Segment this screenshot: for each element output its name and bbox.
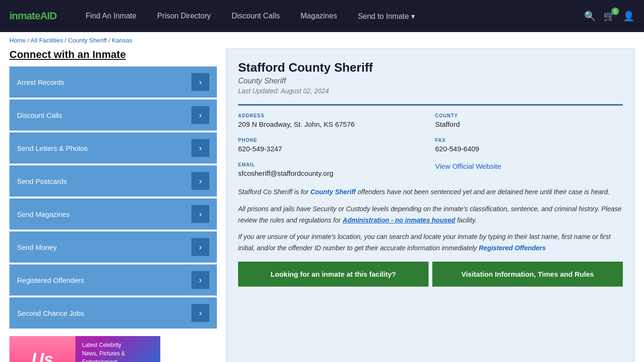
arrow-icon: ›: [191, 238, 209, 256]
sidebar-item-discount-calls[interactable]: Discount Calls ›: [9, 99, 217, 131]
breadcrumb-all-facilities[interactable]: All Facilities: [31, 37, 63, 44]
ad-line1: Latest Celebrity: [82, 341, 125, 349]
address-label: ADDRESS: [238, 113, 426, 118]
facility-title: Stafford County Sheriff: [238, 60, 623, 75]
facility-type: County Sheriff: [238, 77, 623, 85]
ad-image: Us: [9, 336, 75, 362]
email-value: sfcosheriff@staffordcounty.org: [238, 169, 426, 177]
arrow-icon: ›: [191, 73, 209, 91]
ad-line3: Entertainment: [82, 358, 125, 362]
arrow-icon: ›: [191, 205, 209, 223]
arrow-icon: ›: [191, 172, 209, 190]
sidebar-label-send-postcards: Send Postcards: [17, 177, 67, 185]
breadcrumb: Home / All Facilities / County Sheriff /…: [0, 32, 644, 49]
county-label: COUNTY: [435, 113, 623, 118]
nav-find-inmate[interactable]: Find An Inmate: [75, 12, 147, 21]
sidebar-item-registered-offenders[interactable]: Registered Offenders ›: [9, 264, 217, 296]
admin-link[interactable]: Administration - no inmates housed: [343, 216, 455, 224]
email-block: EMAIL sfcosheriff@staffordcounty.org: [238, 162, 426, 177]
nav-prison-directory[interactable]: Prison Directory: [147, 12, 221, 21]
visitation-info-button[interactable]: Visitation Information, Times and Rules: [432, 262, 623, 287]
sidebar-label-send-magazines: Send Magazines: [17, 210, 70, 218]
phone-label: PHONE: [238, 138, 426, 143]
looking-for-inmate-button[interactable]: Looking for an inmate at this facility?: [238, 262, 429, 287]
address-block: ADDRESS 209 N Broadway, St. John, KS 675…: [238, 113, 426, 128]
breadcrumb-kansas[interactable]: Kansas: [112, 37, 132, 44]
cart-icon[interactable]: 🛒 0: [603, 10, 615, 22]
sidebar-label-registered-offenders: Registered Offenders: [17, 276, 84, 284]
cart-badge: 0: [611, 8, 619, 15]
nav-magazines[interactable]: Magazines: [290, 12, 347, 21]
phone-value: 620-549-3247: [238, 145, 426, 153]
arrow-icon: ›: [191, 139, 209, 157]
county-value: Stafford: [435, 120, 623, 128]
breadcrumb-home[interactable]: Home: [9, 37, 26, 44]
county-sheriff-link[interactable]: County Sheriff: [310, 188, 355, 196]
sidebar-item-arrest-records[interactable]: Arrest Records ›: [9, 66, 217, 98]
arrow-icon: ›: [191, 271, 209, 289]
ad-line2: News, Pictures &: [82, 349, 125, 358]
phone-block: PHONE 620-549-3247: [238, 138, 426, 153]
sidebar-label-discount-calls: Discount Calls: [17, 111, 62, 119]
sidebar-title: Connect with an Inmate: [9, 49, 217, 61]
sidebar: Connect with an Inmate Arrest Records › …: [9, 49, 217, 362]
ad-brand: Us: [32, 350, 53, 362]
ad-text: Latest Celebrity News, Pictures & Entert…: [75, 336, 132, 362]
search-icon[interactable]: 🔍: [584, 10, 596, 22]
fax-block: FAX 620-549-6409: [435, 138, 623, 153]
nav-discount-calls[interactable]: Discount Calls: [221, 12, 290, 21]
main-layout: Connect with an Inmate Arrest Records › …: [0, 49, 644, 362]
sidebar-label-send-money: Send Money: [17, 243, 57, 251]
county-block: COUNTY Stafford: [435, 113, 623, 128]
logo[interactable]: inmateAID: [9, 10, 57, 22]
description-2: All prisons and jails have Security or C…: [238, 204, 623, 226]
main-content: Stafford County Sheriff County Sheriff L…: [226, 49, 635, 362]
last-updated: Last Updated: August 02, 2024: [238, 87, 623, 95]
sidebar-label-arrest-records: Arrest Records: [17, 78, 64, 86]
fax-value: 620-549-6409: [435, 145, 623, 153]
view-official-website-link[interactable]: View Official Website: [435, 162, 501, 170]
sidebar-item-send-money[interactable]: Send Money ›: [9, 231, 217, 263]
navbar: inmateAID Find An Inmate Prison Director…: [0, 0, 644, 32]
arrow-icon: ›: [191, 106, 209, 124]
website-block: View Official Website: [435, 162, 623, 177]
sidebar-item-second-chance[interactable]: Second Chance Jobs ›: [9, 297, 217, 329]
user-icon[interactable]: 👤: [623, 10, 635, 22]
breadcrumb-county-sheriff[interactable]: County Sheriff: [68, 37, 107, 44]
fax-label: FAX: [435, 138, 623, 143]
logo-text: inmateAID: [9, 10, 57, 22]
description-3: If you are unsure of your inmate's locat…: [238, 231, 623, 254]
info-grid: ADDRESS 209 N Broadway, St. John, KS 675…: [238, 104, 623, 177]
sidebar-item-send-letters[interactable]: Send Letters & Photos ›: [9, 132, 217, 164]
nav-icons: 🔍 🛒 0 👤: [584, 10, 635, 22]
sidebar-menu: Arrest Records › Discount Calls › Send L…: [9, 66, 217, 329]
bottom-buttons: Looking for an inmate at this facility? …: [238, 262, 623, 287]
sidebar-label-second-chance: Second Chance Jobs: [17, 309, 84, 317]
sidebar-label-send-letters: Send Letters & Photos: [17, 144, 88, 152]
arrow-icon: ›: [191, 304, 209, 322]
advertisement: Us Latest Celebrity News, Pictures & Ent…: [9, 336, 160, 362]
nav-links: Find An Inmate Prison Directory Discount…: [75, 12, 584, 21]
description-1: Stafford Co Sheriff is for County Sherif…: [238, 187, 623, 198]
email-label: EMAIL: [238, 162, 426, 167]
sidebar-item-send-magazines[interactable]: Send Magazines ›: [9, 198, 217, 230]
address-value: 209 N Broadway, St. John, KS 67576: [238, 120, 426, 128]
sidebar-item-send-postcards[interactable]: Send Postcards ›: [9, 165, 217, 197]
registered-offenders-link[interactable]: Registered Offenders: [479, 244, 545, 252]
nav-send-to-inmate[interactable]: Send to Inmate ▾: [347, 12, 425, 21]
